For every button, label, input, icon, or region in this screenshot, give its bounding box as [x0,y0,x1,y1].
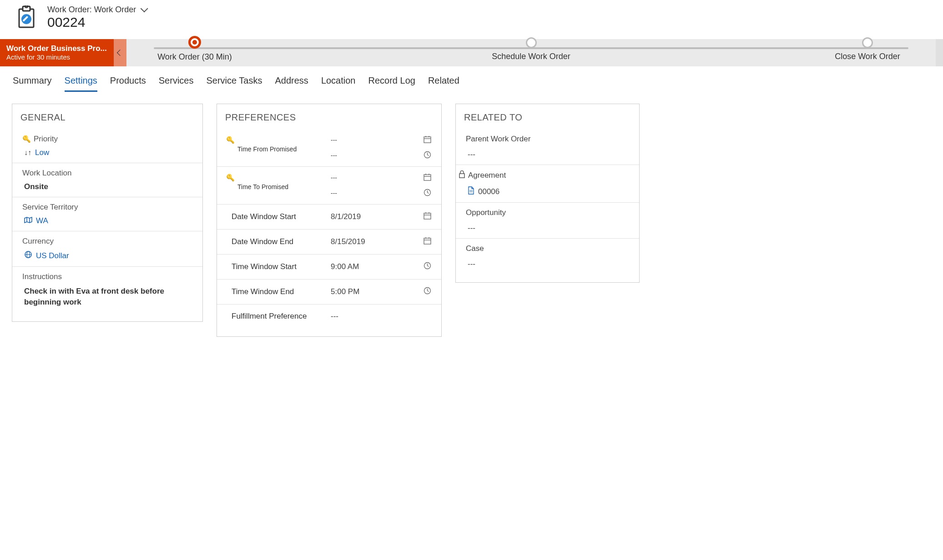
time-to-promised-field[interactable]: 🔑 Time To Promised --- 🔑 Time To Promise… [217,167,441,205]
process-name: Work Order Business Pro... [6,44,107,53]
work-location-field[interactable]: Work Location Onsite [12,163,202,197]
instructions-label: Instructions [22,272,62,281]
time-from-promised-date: --- [331,136,418,144]
process-end-toggle[interactable] [936,39,943,66]
breadcrumb-text: Work Order: Work Order [47,5,136,15]
page-header: Work Order: Work Order 00224 [0,0,943,35]
calendar-icon[interactable] [422,135,432,145]
document-icon [468,186,474,197]
instructions-value: Check in with Eva at front desk before b… [24,286,192,308]
preferences-heading: PREFERENCES [217,112,441,123]
time-window-start-value: 9:00 AM [331,262,418,271]
map-icon [24,217,32,225]
agreement-field[interactable]: Agreement 00006 [456,165,639,203]
case-value: --- [466,260,629,269]
stage-close-work-order[interactable]: Close Work Order [827,45,908,61]
time-window-end-label: Time Window End [226,287,326,296]
clock-icon[interactable] [422,189,432,198]
priority-label: Priority [34,135,58,144]
key-icon: 🔑 [226,174,235,182]
time-from-promised-label-visible: Time From Promised [237,145,297,153]
fulfillment-preference-field[interactable]: Fulfillment Preference --- [217,305,441,328]
time-window-end-field[interactable]: Time Window End 5:00 PM [217,280,441,305]
related-to-panel: RELATED TO Parent Work Order --- Agreeme… [455,104,640,283]
stage-label: Work Order (30 Min) [157,52,232,62]
tab-services[interactable]: Services [159,73,194,92]
breadcrumb[interactable]: Work Order: Work Order [47,5,146,15]
svg-rect-13 [424,175,431,180]
calendar-icon[interactable] [422,212,432,222]
currency-value: US Dollar [36,251,69,260]
agreement-value: 00006 [478,187,499,196]
tab-settings[interactable]: Settings [65,73,97,92]
time-window-start-label: Time Window Start [226,262,326,271]
form-tabs: Summary Settings Products Services Servi… [0,66,943,92]
stage-label: Close Work Order [835,52,900,61]
service-territory-field[interactable]: Service Territory WA [12,197,202,231]
case-field[interactable]: Case --- [456,239,639,274]
tab-address[interactable]: Address [275,73,308,92]
key-icon: 🔑 [22,135,31,143]
business-process-flow: Work Order Business Pro... Active for 30… [0,39,943,66]
chevron-down-icon [141,5,148,12]
tab-products[interactable]: Products [110,73,146,92]
date-window-start-label: Date Window Start [226,212,326,221]
date-window-end-field[interactable]: Date Window End 8/15/2019 [217,230,441,255]
time-window-start-field[interactable]: Time Window Start 9:00 AM [217,255,441,280]
process-status: Active for 30 minutes [6,53,107,62]
currency-field[interactable]: Currency US Dollar [12,231,202,267]
general-heading: GENERAL [12,112,202,123]
svg-rect-8 [424,137,431,143]
tab-service-tasks[interactable]: Service Tasks [206,73,262,92]
fulfillment-preference-label: Fulfillment Preference [226,312,326,321]
opportunity-field[interactable]: Opportunity --- [456,203,639,239]
time-window-end-value: 5:00 PM [331,287,418,296]
record-id: 00224 [47,15,146,30]
stage-circle-icon [188,36,201,49]
key-icon: 🔑 [226,136,235,144]
instructions-field[interactable]: Instructions Check in with Eva at front … [12,267,202,313]
tab-related[interactable]: Related [428,73,459,92]
clock-icon[interactable] [422,262,432,272]
service-territory-value: WA [36,216,48,225]
svg-rect-1 [23,6,30,11]
opportunity-label: Opportunity [466,208,506,217]
sort-icon: ↓↑ [24,149,31,157]
stage-label: Schedule Work Order [492,52,570,61]
preferences-panel: PREFERENCES 🔑 Time From Promised --- 🔑 T… [217,104,442,337]
priority-field[interactable]: 🔑 Priority ↓↑ Low [12,129,202,163]
tab-record-log[interactable]: Record Log [368,73,415,92]
clock-icon[interactable] [422,287,432,297]
clipboard-icon [14,5,39,30]
chevron-left-icon [117,50,123,56]
opportunity-value: --- [466,224,629,233]
agreement-label: Agreement [468,171,506,180]
stage-circle-icon [862,37,873,48]
stage-schedule-work-order[interactable]: Schedule Work Order [490,45,572,61]
currency-label: Currency [22,237,54,246]
clock-icon[interactable] [422,151,432,160]
stage-work-order[interactable]: Work Order (30 Min) [154,44,236,62]
work-location-value: Onsite [24,182,48,191]
parent-work-order-field[interactable]: Parent Work Order --- [456,129,639,165]
parent-work-order-value: --- [466,150,629,159]
case-label: Case [466,244,484,253]
priority-value: Low [35,148,49,157]
date-window-end-label: Date Window End [226,237,326,246]
process-flow-name-box[interactable]: Work Order Business Pro... Active for 30… [0,39,114,66]
process-track: Work Order (30 Min) Schedule Work Order … [126,39,936,66]
time-from-promised-field[interactable]: 🔑 Time From Promised --- 🔑 Time From Pro… [217,129,441,167]
calendar-icon[interactable] [422,237,432,247]
time-to-promised-date: --- [331,174,418,181]
calendar-icon[interactable] [422,173,432,182]
date-window-start-value: 8/1/2019 [331,212,418,221]
fulfillment-preference-value: --- [331,312,418,321]
globe-icon [24,250,32,261]
date-window-start-field[interactable]: Date Window Start 8/1/2019 [217,205,441,230]
process-collapse-button[interactable] [114,39,126,66]
tab-location[interactable]: Location [321,73,356,92]
time-to-promised-label-visible: Time To Promised [237,183,288,190]
tab-summary[interactable]: Summary [13,73,52,92]
service-territory-label: Service Territory [22,203,78,212]
lock-icon [459,170,465,180]
